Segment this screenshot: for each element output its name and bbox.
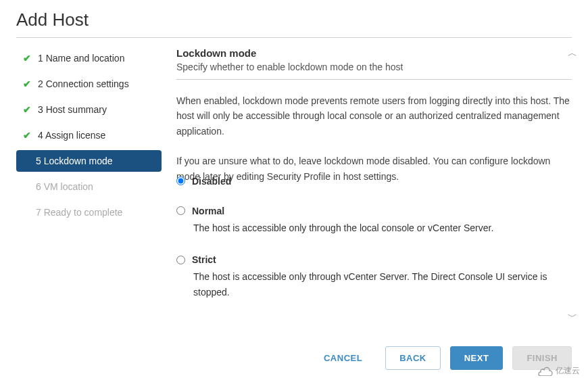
option-normal: Normal The host is accessible only throu… xyxy=(176,206,572,235)
info-paragraph-1: When enabled, lockdown mode prevents rem… xyxy=(176,93,572,139)
wizard-sidebar: ✔ 1 Name and location ✔ 2 Connection set… xyxy=(16,47,162,318)
step-assign-license[interactable]: ✔ 4 Assign license xyxy=(16,124,162,146)
cloud-icon xyxy=(538,367,553,376)
watermark-text: 亿速云 xyxy=(556,365,580,377)
option-strict: Strict The host is accessible only throu… xyxy=(176,254,572,300)
radio-normal-desc: The host is accessible only through the … xyxy=(193,220,572,235)
section-title: Lockdown mode xyxy=(176,47,572,59)
scroll-up-icon[interactable]: ︿ xyxy=(568,47,577,60)
check-icon: ✔ xyxy=(23,130,32,141)
step-connection-settings[interactable]: ✔ 2 Connection settings xyxy=(16,73,162,95)
watermark: 亿速云 xyxy=(538,365,580,377)
section-divider xyxy=(176,79,572,80)
radio-normal[interactable] xyxy=(176,206,185,215)
step-label: 2 Connection settings xyxy=(38,78,129,89)
step-lockdown-mode[interactable]: 5 Lockdown mode xyxy=(16,150,162,172)
step-name-location[interactable]: ✔ 1 Name and location xyxy=(16,47,162,69)
step-label: 4 Assign license xyxy=(38,130,105,141)
step-label: 3 Host summary xyxy=(38,104,107,115)
check-icon: ✔ xyxy=(23,104,32,115)
page-title: Add Host xyxy=(16,0,572,37)
radio-disabled[interactable] xyxy=(176,176,185,185)
wizard-footer: CANCEL BACK NEXT FINISH xyxy=(310,346,572,370)
step-label: 1 Name and location xyxy=(38,53,124,64)
step-label: 7 Ready to complete xyxy=(36,207,122,218)
next-button[interactable]: NEXT xyxy=(450,346,504,370)
step-host-summary[interactable]: ✔ 3 Host summary xyxy=(16,99,162,120)
main-panel: ︿ Lockdown mode Specify whether to enabl… xyxy=(162,47,572,318)
check-icon: ✔ xyxy=(23,53,32,64)
radio-strict-label: Strict xyxy=(192,254,216,265)
back-button[interactable]: BACK xyxy=(385,346,441,370)
step-label: 6 VM location xyxy=(36,181,93,192)
check-icon: ✔ xyxy=(23,78,32,89)
content-area: ✔ 1 Name and location ✔ 2 Connection set… xyxy=(16,38,572,318)
radio-disabled-label: Disabled xyxy=(192,176,231,187)
step-vm-location: 6 VM location xyxy=(16,176,162,197)
radio-normal-label: Normal xyxy=(192,206,224,216)
section-subtitle: Specify whether to enable lockdown mode … xyxy=(176,62,572,72)
radio-strict-desc: The host is accessible only through vCen… xyxy=(193,269,572,300)
step-label: 5 Lockdown mode xyxy=(36,156,113,166)
scroll-down-icon[interactable]: ﹀ xyxy=(568,311,577,323)
cancel-button[interactable]: CANCEL xyxy=(310,347,376,369)
radio-strict[interactable] xyxy=(176,256,185,264)
step-ready-complete: 7 Ready to complete xyxy=(16,202,162,223)
